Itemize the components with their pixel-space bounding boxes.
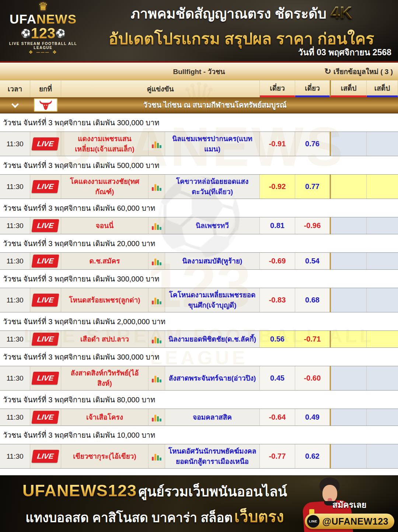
- odds-step-2[interactable]: [367, 366, 398, 390]
- odds-step-2[interactable]: [367, 409, 398, 426]
- signup-cta: สมัครเลย: [305, 498, 394, 511]
- match-time: 11:30: [0, 253, 30, 269]
- odds-single-2: -0.71: [295, 331, 330, 347]
- team1-name: ด.ช.สมัคร: [61, 253, 149, 269]
- odds-single-1: -0.69: [260, 253, 295, 269]
- live-cell: LIVE: [30, 175, 61, 199]
- stats-icon: [152, 413, 161, 421]
- match-section: วัวชน จันทร์ที่ 3 พฤศจิกายน เดิมพัน 2,00…: [0, 312, 398, 348]
- top-banner: ♛ UFANEWS ⚽123⚽ LIVE STREAM FOOTBALL ALL…: [0, 0, 398, 63]
- section-header: วัวชน จันทร์ที่ 3 พฤศจิกายน เดิมพัน 2,00…: [0, 312, 398, 330]
- stats-icon: [152, 452, 161, 461]
- match-time: 11:30: [0, 331, 30, 347]
- live-cell: LIVE: [30, 288, 61, 312]
- section-header: วัวชน จันทร์ที่ 3 พฤศจิกายน เดิมพัน 80,0…: [0, 391, 398, 409]
- footer-services: แทงบอลสด คาสิโนสด บาคาร่า สล็อต: [25, 510, 233, 525]
- match-row[interactable]: 11:30 LIVE ด.ช.สมัคร นิลงามสมบัติ(หูร้าย…: [0, 252, 398, 270]
- odds-single-2: -0.96: [295, 217, 330, 234]
- collapse-cell[interactable]: [0, 102, 30, 108]
- vs-cell: [149, 409, 165, 426]
- odds-step-2[interactable]: [367, 175, 398, 199]
- odds-step-2[interactable]: [367, 288, 398, 312]
- col-step-2: เสต็ป: [367, 80, 398, 97]
- odds-step-1[interactable]: [330, 132, 367, 156]
- team2-name: นิลงามยอดพิชิตชัย(ด.ช.ลัคกี้): [165, 331, 260, 347]
- table-title: Bullfight - วัวชน: [173, 66, 225, 77]
- match-section: วัวชน จันทร์ที่ 3 พฤศจิกายน เดิมพัน 20,0…: [0, 234, 398, 270]
- team1-name: แดงงามเพชรแสนเหลี่ยม(เจ้าแสนเล็ก): [61, 132, 149, 156]
- odds-single-2: 0.76: [295, 132, 330, 156]
- vs-cell: [149, 175, 165, 199]
- odds-step-2[interactable]: [367, 217, 398, 234]
- refresh-label: เรียกข้อมูลใหม่ ( 3 ): [334, 66, 393, 77]
- bull-icon: [34, 98, 57, 112]
- odds-step-1[interactable]: [330, 366, 367, 390]
- live-badge[interactable]: LIVE: [32, 137, 59, 150]
- logo-ufa: UFA: [10, 12, 36, 26]
- odds-step-1[interactable]: [330, 253, 367, 269]
- odds-step-2[interactable]: [367, 253, 398, 269]
- match-time: 11:30: [0, 175, 30, 199]
- team1-name: เขียวซากุระ(ไอ้เขียว): [61, 444, 149, 468]
- match-row[interactable]: 11:30 LIVE เสือดำ สปป.ลาว นิลงามยอดพิชิต…: [0, 330, 398, 348]
- match-row[interactable]: 11:30 LIVE แดงงามเพชรแสนเหลี่ยม(เจ้าแสนเ…: [0, 132, 398, 156]
- match-section: วัวชน จันทร์ที่ 3 พฤศจิกายน เดิมพัน 300,…: [0, 348, 398, 391]
- stats-icon: [152, 296, 161, 304]
- match-section: วัวชน จันทร์ที่ 3 พฤศจิกายน เดิมพัน 300,…: [0, 270, 398, 312]
- team2-name: นิลแชมเพชรปากนคร(แบทแมน): [165, 132, 260, 156]
- venue-row[interactable]: วัวชน ไก่ชน ณ สนามกีฬาชนโคทรัพย์สมบูรณ์: [0, 97, 398, 113]
- odds-single-2: 0.68: [295, 288, 330, 312]
- match-section: วัวชน จันทร์ที่ 3 พฤศจิกายน เดิมพัน 10,0…: [0, 426, 398, 469]
- odds-step-1[interactable]: [330, 444, 367, 468]
- col-time: เวลา: [0, 80, 30, 97]
- odds-single-2: -0.60: [295, 366, 330, 390]
- odds-step-2[interactable]: [367, 331, 398, 347]
- section-header: วัวชน จันทร์ที่ 3 พฤศจิกายน เดิมพัน 60,0…: [0, 199, 398, 217]
- odds-step-1[interactable]: [330, 217, 367, 234]
- live-cell: LIVE: [30, 366, 61, 390]
- live-badge[interactable]: LIVE: [32, 450, 59, 463]
- odds-single-1: -0.64: [260, 409, 295, 426]
- match-row[interactable]: 11:30 LIVE จอนนี่ นิลเพชรทวี 0.81 -0.96: [0, 217, 398, 234]
- footer-headline: ศูนย์รวมเว็บพนันออนไลน์: [138, 484, 287, 499]
- match-row[interactable]: 11:30 LIVE โหนดสร้อยเพชร(ลูกด่า) โคโหนดง…: [0, 288, 398, 312]
- match-time: 11:30: [0, 217, 30, 234]
- column-header-row: เวลา ยกที่ คู่แข่งขัน เดี่ยว เดี่ยว เสต็…: [0, 80, 398, 97]
- odds-single-1: -0.92: [260, 175, 295, 199]
- refresh-button[interactable]: ↻ เรียกข้อมูลใหม่ ( 3 ): [324, 63, 393, 80]
- team1-name: ลังสาดสิงห์กวิทรัพย์(ไอ้สิงห์): [61, 366, 149, 390]
- match-row[interactable]: 11:30 LIVE เจ้าเสือโครง จอมคลาสสิค -0.64…: [0, 409, 398, 426]
- line-icon: LINE: [307, 515, 320, 528]
- live-badge[interactable]: LIVE: [32, 333, 59, 346]
- live-badge[interactable]: LIVE: [32, 219, 59, 232]
- logo-ornament: ❖ ─── ❖: [3, 50, 83, 55]
- live-cell: LIVE: [30, 409, 61, 426]
- logo-news: NEWS: [36, 12, 77, 26]
- team1-name: โคแดงงามแสวงชัย(ทศกัณฑ์): [61, 175, 149, 199]
- odds-step-2[interactable]: [367, 444, 398, 468]
- signup-area: สมัครเลย LINE @UFANEW123: [305, 498, 394, 529]
- odds-step-1[interactable]: [330, 288, 367, 312]
- line-contact-button[interactable]: LINE @UFANEW123: [305, 514, 394, 529]
- live-badge[interactable]: LIVE: [32, 372, 59, 385]
- col-round: ยกที่: [30, 80, 61, 97]
- match-time: 11:30: [0, 288, 30, 312]
- odds-step-1[interactable]: [330, 409, 367, 426]
- team2-name: โหนดอัศวันนักรบพยัคฆ์มงคลยอดนักสู้ดาราเม…: [165, 444, 260, 468]
- team1-name: เสือดำ สปป.ลาว: [61, 331, 149, 347]
- live-badge[interactable]: LIVE: [32, 180, 59, 193]
- live-badge[interactable]: LIVE: [32, 294, 59, 307]
- stats-icon: [152, 257, 161, 265]
- match-row[interactable]: 11:30 LIVE เขียวซากุระ(ไอ้เขียว) โหนดอัศ…: [0, 444, 398, 469]
- live-badge[interactable]: LIVE: [32, 411, 59, 424]
- live-cell: LIVE: [30, 444, 61, 468]
- live-badge[interactable]: LIVE: [32, 255, 59, 267]
- odds-step-2[interactable]: [367, 132, 398, 156]
- team2-name: จอมคลาสสิค: [165, 409, 260, 426]
- odds-step-1[interactable]: [330, 331, 367, 347]
- live-cell: LIVE: [30, 253, 61, 269]
- odds-step-1[interactable]: [330, 175, 367, 199]
- match-row[interactable]: 11:30 LIVE โคแดงงามแสวงชัย(ทศกัณฑ์) โคขา…: [0, 174, 398, 199]
- live-cell: LIVE: [30, 132, 61, 156]
- match-row[interactable]: 11:30 LIVE ลังสาดสิงห์กวิทรัพย์(ไอ้สิงห์…: [0, 366, 398, 391]
